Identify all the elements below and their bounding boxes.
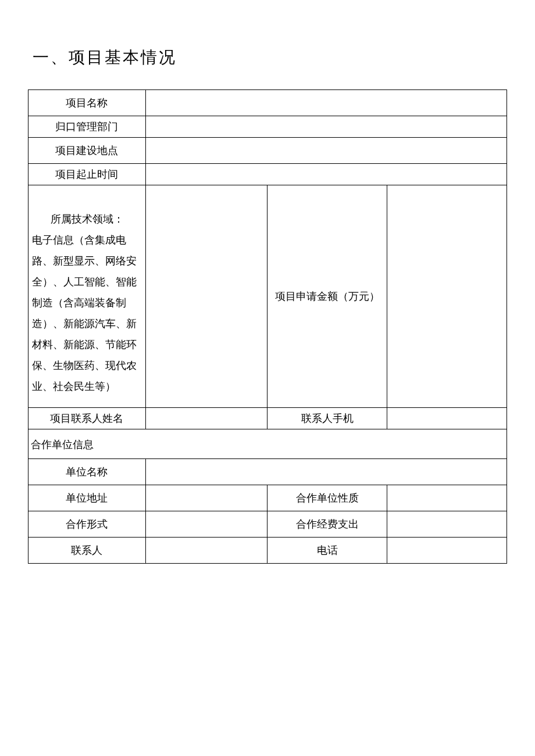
row-tech-field: 所属技术领域： 电子信息（含集成电路、新型显示、网络安全）、人工智能、智能制造（… <box>28 185 507 408</box>
coop-expense-label: 合作经费支出 <box>268 511 387 538</box>
build-location-value[interactable] <box>145 138 507 164</box>
tech-field-value[interactable] <box>145 185 268 408</box>
row-build-location: 项目建设地点 <box>28 138 507 164</box>
contact-name-value[interactable] <box>145 408 268 429</box>
start-end-value[interactable] <box>145 164 507 185</box>
partner-contact-label: 联系人 <box>28 538 146 564</box>
apply-amount-label: 项目申请金额（万元） <box>268 185 387 408</box>
row-management-dept: 归口管理部门 <box>28 116 507 138</box>
project-name-label: 项目名称 <box>28 90 146 116</box>
tech-field-label: 所属技术领域： 电子信息（含集成电路、新型显示、网络安全）、人工智能、智能制造（… <box>28 185 146 408</box>
apply-amount-value[interactable] <box>387 185 507 408</box>
tech-field-first-line: 所属技术领域： <box>32 209 142 230</box>
management-dept-value[interactable] <box>145 116 507 138</box>
contact-phone-value[interactable] <box>387 408 507 429</box>
partner-unit-nature-value[interactable] <box>387 485 507 511</box>
partner-phone-label: 电话 <box>268 538 387 564</box>
row-start-end: 项目起止时间 <box>28 164 507 185</box>
partner-unit-name-label: 单位名称 <box>28 459 146 485</box>
section-heading: 一、项目基本情况 <box>33 46 507 69</box>
coop-form-label: 合作形式 <box>28 511 146 538</box>
project-name-value[interactable] <box>145 90 507 116</box>
partner-phone-value[interactable] <box>387 538 507 564</box>
row-partner-unit-addr: 单位地址 合作单位性质 <box>28 485 507 511</box>
partner-unit-addr-value[interactable] <box>145 485 268 511</box>
contact-name-label: 项目联系人姓名 <box>28 408 146 429</box>
build-location-label: 项目建设地点 <box>28 138 146 164</box>
partner-unit-nature-label: 合作单位性质 <box>268 485 387 511</box>
row-partner-unit-name: 单位名称 <box>28 459 507 485</box>
coop-expense-value[interactable] <box>387 511 507 538</box>
partner-section-label: 合作单位信息 <box>28 429 507 459</box>
start-end-label: 项目起止时间 <box>28 164 146 185</box>
row-partner-section: 合作单位信息 <box>28 429 507 459</box>
partner-unit-name-value[interactable] <box>145 459 507 485</box>
partner-contact-value[interactable] <box>145 538 268 564</box>
partner-unit-addr-label: 单位地址 <box>28 485 146 511</box>
row-coop-form: 合作形式 合作经费支出 <box>28 511 507 538</box>
contact-phone-label: 联系人手机 <box>268 408 387 429</box>
row-partner-contact: 联系人 电话 <box>28 538 507 564</box>
coop-form-value[interactable] <box>145 511 268 538</box>
tech-field-rest: 电子信息（含集成电路、新型显示、网络安全）、人工智能、智能制造（含高端装备制造）… <box>32 234 137 392</box>
project-info-table: 项目名称 归口管理部门 项目建设地点 项目起止时间 所属技术领域： 电子信息（含… <box>28 89 507 564</box>
row-project-name: 项目名称 <box>28 90 507 116</box>
management-dept-label: 归口管理部门 <box>28 116 146 138</box>
row-contact: 项目联系人姓名 联系人手机 <box>28 408 507 429</box>
